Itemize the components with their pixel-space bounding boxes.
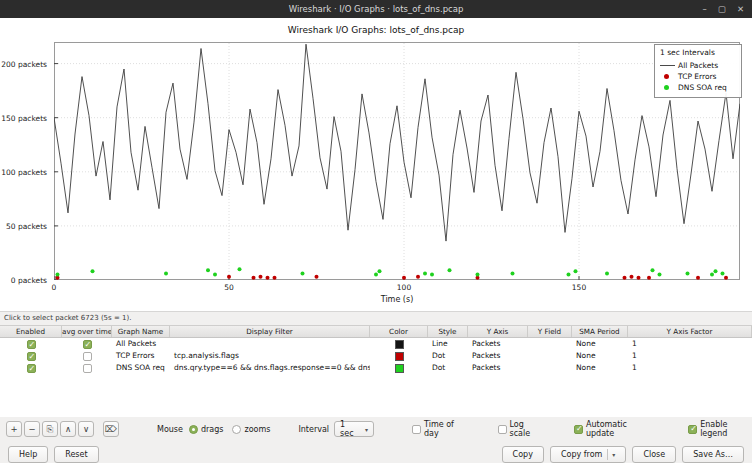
checkbox-icon: [574, 425, 583, 434]
copy-from-button[interactable]: Copy from▾: [550, 446, 626, 463]
interval-value: 1 sec: [340, 420, 358, 438]
remove-graph-button[interactable]: −: [24, 421, 40, 437]
io-graph-svg: [54, 42, 740, 280]
enable-legend-checkbox[interactable]: Enable legend: [688, 420, 746, 438]
radio-icon: [189, 425, 198, 434]
y-axis-cell[interactable]: Packets: [468, 362, 528, 374]
sma-period-cell[interactable]: None: [572, 362, 628, 374]
y-axis-factor-cell[interactable]: 1: [628, 350, 752, 362]
clear-graph-button[interactable]: ⌦: [103, 421, 119, 437]
graph-name-cell[interactable]: All Packets: [112, 338, 170, 350]
style-cell[interactable]: Dot: [428, 362, 468, 374]
column-header-y-field: Y Field: [528, 326, 572, 337]
move-up-graph-button[interactable]: ∧: [60, 421, 76, 437]
style-cell[interactable]: Line: [428, 338, 468, 350]
line-sample-icon: [660, 65, 678, 66]
close-button[interactable]: Close: [632, 446, 676, 463]
display-filter-cell[interactable]: dns.qry.type==6 && dns.flags.response==0…: [170, 362, 370, 374]
y-tick-label: 50 packets: [6, 222, 47, 231]
dot-sample-icon: [660, 85, 678, 90]
y-axis-cell[interactable]: Packets: [468, 338, 528, 350]
automatic-update-checkbox[interactable]: Automatic update: [574, 420, 644, 438]
copy-button[interactable]: Copy: [502, 446, 544, 463]
mouse-zooms-radio[interactable]: zooms: [232, 425, 270, 434]
mouse-label: Mouse: [157, 425, 183, 434]
column-header-avg-over-time: avg over time: [62, 326, 112, 337]
column-header-enabled: Enabled: [0, 326, 62, 337]
column-header-style: Style: [428, 326, 468, 337]
graph-row[interactable]: All PacketsLinePacketsNone1: [0, 338, 752, 350]
y-tick-label: 0 packets: [11, 276, 47, 285]
radio-icon: [232, 425, 241, 434]
y-tick-label: 200 packets: [1, 60, 47, 69]
graph-name-cell[interactable]: TCP Errors: [112, 350, 170, 362]
graphs-table: Enabledavg over timeGraph NameDisplay Fi…: [0, 325, 752, 417]
time-of-day-checkbox[interactable]: Time of day: [412, 420, 462, 438]
io-graph-panel: Wireshark I/O Graphs: lots_of_dns.pcap 0…: [0, 18, 752, 312]
legend-items: All PacketsTCP ErrorsDNS SOA req: [660, 60, 736, 93]
table-body: All PacketsLinePacketsNone1TCP Errorstcp…: [0, 338, 752, 417]
checkbox-icon: [688, 425, 697, 434]
minimize-icon[interactable]: –: [703, 0, 707, 18]
checkbox-icon: [498, 425, 507, 434]
legend-item: All Packets: [660, 60, 736, 71]
column-header-graph-name: Graph Name: [112, 326, 170, 337]
window-title: Wireshark · I/O Graphs · lots_of_dns.pca…: [289, 4, 464, 14]
chart-title: Wireshark I/O Graphs: lots_of_dns.pcap: [0, 18, 752, 35]
x-tick-label: 100: [397, 283, 411, 292]
style-cell[interactable]: Dot: [428, 350, 468, 362]
color-swatch[interactable]: [395, 340, 404, 349]
column-header-color: Color: [370, 326, 428, 337]
enabled-checkbox[interactable]: [27, 364, 36, 373]
graph-row[interactable]: TCP Errorstcp.analysis.flagsDotPacketsNo…: [0, 350, 752, 362]
column-header-y-axis: Y Axis: [468, 326, 528, 337]
copy-graph-button[interactable]: ⎘: [42, 421, 58, 437]
window-controls: – ▢ ✕: [703, 0, 744, 18]
mouse-radio-group: dragszooms: [189, 425, 270, 434]
reset-button[interactable]: Reset: [54, 446, 98, 463]
save-as-button[interactable]: Save As…: [682, 446, 744, 463]
add-graph-button[interactable]: +: [6, 421, 22, 437]
x-axis-labels: 050100150: [54, 283, 740, 293]
close-icon[interactable]: ✕: [737, 0, 744, 18]
enabled-checkbox[interactable]: [27, 340, 36, 349]
x-tick-label: 50: [224, 283, 234, 292]
sma-period-cell[interactable]: None: [572, 338, 628, 350]
chevron-down-icon: ▾: [365, 426, 368, 433]
maximize-icon[interactable]: ▢: [718, 0, 726, 18]
status-hint: Click to select packet 6723 (5s = 1).: [0, 312, 752, 325]
titlebar: Wireshark · I/O Graphs · lots_of_dns.pca…: [0, 0, 752, 18]
column-header-y-axis-factor: Y Axis Factor: [628, 326, 752, 337]
x-axis-title: Time (s): [54, 295, 740, 304]
legend-item: DNS SOA req: [660, 82, 736, 93]
graph-row[interactable]: DNS SOA reqdns.qry.type==6 && dns.flags.…: [0, 362, 752, 374]
avg-over-time-checkbox[interactable]: [83, 352, 92, 361]
log-scale-checkbox[interactable]: Log scale: [498, 420, 539, 438]
mouse-drags-radio[interactable]: drags: [189, 425, 224, 434]
avg-over-time-checkbox[interactable]: [83, 364, 92, 373]
y-axis-factor-cell[interactable]: 1: [628, 362, 752, 374]
column-header-sma-period: SMA Period: [572, 326, 628, 337]
move-down-graph-button[interactable]: ∨: [78, 421, 94, 437]
graph-name-cell[interactable]: DNS SOA req: [112, 362, 170, 374]
color-swatch[interactable]: [395, 352, 404, 361]
table-header: Enabledavg over timeGraph NameDisplay Fi…: [0, 325, 752, 338]
chart-legend: 1 sec Intervals All PacketsTCP ErrorsDNS…: [654, 44, 742, 98]
avg-over-time-checkbox[interactable]: [83, 340, 92, 349]
interval-select[interactable]: 1 sec ▾: [334, 421, 374, 437]
controls-bar: +−⎘∧∨⌦ Mouse dragszooms Interval 1 sec ▾…: [0, 417, 752, 441]
sma-period-cell[interactable]: None: [572, 350, 628, 362]
chevron-down-icon: ▾: [607, 449, 615, 460]
x-tick-label: 0: [52, 283, 57, 292]
y-tick-label: 100 packets: [1, 168, 47, 177]
help-button[interactable]: Help: [8, 446, 48, 463]
y-axis-cell[interactable]: Packets: [468, 350, 528, 362]
checkbox-icon: [412, 425, 421, 434]
enabled-checkbox[interactable]: [27, 352, 36, 361]
color-swatch[interactable]: [395, 364, 404, 373]
io-graph-plot[interactable]: [54, 42, 740, 280]
y-axis-factor-cell[interactable]: 1: [628, 338, 752, 350]
y-axis-labels: 0 packets50 packets100 packets150 packet…: [0, 42, 50, 280]
display-filter-cell[interactable]: tcp.analysis.flags: [170, 350, 370, 362]
legend-title: 1 sec Intervals: [660, 48, 736, 57]
